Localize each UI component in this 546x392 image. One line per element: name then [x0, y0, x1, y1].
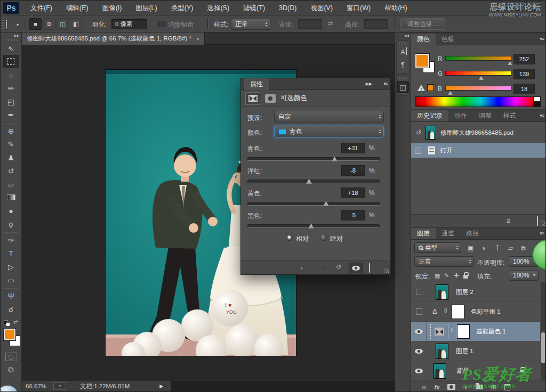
- gradient-tool[interactable]: [3, 191, 19, 204]
- filter-type-layers-icon[interactable]: T: [495, 244, 499, 252]
- fill-dropdown[interactable]: 100%: [509, 270, 539, 281]
- filter-shape-layers-icon[interactable]: ▱: [508, 244, 513, 252]
- gamut-swatch[interactable]: [427, 84, 434, 91]
- foreground-color-swatch[interactable]: [415, 54, 429, 68]
- menu-image[interactable]: 图像(I): [95, 1, 129, 15]
- gamut-warning-icon[interactable]: !: [417, 85, 425, 91]
- foreground-color-swatch[interactable]: [4, 329, 15, 340]
- filter-smart-objects-icon[interactable]: ⧉: [521, 244, 526, 252]
- delete-layer-icon[interactable]: [504, 384, 510, 390]
- resize-grip[interactable]: [540, 220, 545, 226]
- cyan-slider[interactable]: [247, 157, 380, 161]
- reset-adjustment-icon[interactable]: ↺: [336, 263, 341, 271]
- lock-position-icon[interactable]: ✚: [454, 272, 459, 279]
- preset-dropdown[interactable]: 自定: [274, 111, 384, 123]
- swap-dimensions-icon[interactable]: ⇄: [328, 20, 333, 27]
- screen-mode-button[interactable]: ⧉: [5, 365, 17, 374]
- tab-properties[interactable]: 属性: [244, 78, 269, 90]
- layer-row-selective-color[interactable]: 8 选取颜色 1: [411, 322, 540, 341]
- menu-filter[interactable]: 滤镜(T): [236, 1, 272, 15]
- dock-expand-icon[interactable]: ◀◀: [395, 32, 411, 38]
- layer-thumbnail[interactable]: [433, 363, 446, 379]
- panel-menu-icon[interactable]: ▾≡: [383, 81, 388, 86]
- history-step-open-row[interactable]: 打开: [411, 143, 546, 158]
- width-input[interactable]: [298, 19, 322, 29]
- history-brush-source-icon[interactable]: ↺: [414, 129, 423, 136]
- dock-grip[interactable]: [399, 78, 406, 79]
- new-adjustment-layer-icon[interactable]: ◑: [463, 383, 467, 391]
- blur-tool[interactable]: ●: [3, 204, 19, 217]
- subtract-selection-button[interactable]: ◫: [57, 18, 69, 30]
- lock-pixels-icon[interactable]: ✎: [444, 272, 449, 279]
- move-tool[interactable]: ⇖: [3, 42, 19, 55]
- layer-mask-thumbnail[interactable]: [457, 324, 470, 339]
- g-slider-thumb[interactable]: [479, 76, 484, 80]
- b-slider-thumb[interactable]: [448, 91, 453, 95]
- r-value-input[interactable]: 252: [513, 54, 535, 64]
- menu-select[interactable]: 选择(S): [200, 1, 236, 15]
- relative-radio[interactable]: [286, 234, 293, 241]
- layer-style-icon[interactable]: fx: [435, 384, 440, 390]
- style-dropdown[interactable]: 正常: [231, 19, 270, 30]
- tab-layers[interactable]: 图层: [411, 228, 436, 239]
- crop-tool[interactable]: ◰: [3, 95, 19, 108]
- menu-layer[interactable]: 图层(L): [129, 1, 164, 15]
- rectangle-tool[interactable]: ▭: [3, 273, 19, 287]
- quick-selection-tool[interactable]: ✏: [3, 81, 19, 95]
- new-document-from-state-icon[interactable]: ≡: [507, 217, 510, 225]
- lock-all-icon[interactable]: [463, 275, 468, 279]
- layers-scrollbar-thumb[interactable]: [541, 332, 545, 363]
- magenta-slider-thumb[interactable]: [306, 179, 312, 184]
- document-tab[interactable]: 修图师大雄986658485.psd @ 66.7% (选取颜色 1, RGB/…: [22, 32, 205, 45]
- color-dropdown[interactable]: 青色: [274, 126, 384, 137]
- g-slider[interactable]: [445, 71, 511, 76]
- visibility-toggle[interactable]: [411, 322, 427, 341]
- lasso-tool[interactable]: ◌: [3, 68, 19, 81]
- brush-tool[interactable]: ✎: [3, 137, 19, 151]
- filter-type-dropdown[interactable]: 类型: [414, 242, 461, 253]
- link-layers-icon[interactable]: ∞: [422, 383, 427, 391]
- layer-row-color-balance[interactable]: Δ 8 色彩平衡 1: [411, 302, 540, 322]
- collapse-panel-icon[interactable]: ▶▶: [366, 81, 372, 86]
- tab-actions[interactable]: 动作: [448, 110, 473, 121]
- black-value-input[interactable]: -5: [341, 210, 365, 220]
- spectrum-black-swatch[interactable]: [534, 102, 541, 107]
- toolbar-collapse-icon[interactable]: ▶▶: [1, 32, 21, 38]
- menu-3d[interactable]: 3D(D): [272, 1, 303, 15]
- yellow-value-input[interactable]: +18: [341, 187, 365, 198]
- dodge-tool[interactable]: ϙ: [3, 217, 19, 231]
- layer-mask-thumbnail[interactable]: [452, 305, 464, 319]
- type-tool[interactable]: T: [3, 247, 19, 260]
- selective-color-icon[interactable]: [430, 324, 448, 339]
- height-input[interactable]: [364, 19, 388, 29]
- r-slider[interactable]: [445, 56, 511, 61]
- mask-link-icon[interactable]: 8: [444, 308, 447, 314]
- menu-file[interactable]: 文件(F): [23, 1, 59, 15]
- magenta-value-input[interactable]: -8: [341, 165, 365, 176]
- mask-badge-icon[interactable]: [265, 94, 276, 103]
- yellow-slider-thumb[interactable]: [323, 201, 329, 206]
- restore-button[interactable]: □: [509, 1, 525, 11]
- properties-panel-icon[interactable]: ◫: [397, 81, 409, 93]
- quick-mask-button[interactable]: [5, 353, 17, 361]
- visibility-toggle[interactable]: [411, 282, 427, 301]
- paragraph-panel-icon[interactable]: ¶: [397, 59, 409, 70]
- new-layer-icon[interactable]: ⊞: [491, 383, 496, 391]
- black-slider[interactable]: [247, 224, 380, 228]
- mask-link-icon[interactable]: 8: [451, 328, 454, 333]
- intersect-selection-button[interactable]: ◧: [70, 18, 82, 30]
- color-spectrum-bar[interactable]: [415, 96, 534, 107]
- menu-window[interactable]: 窗口(W): [340, 1, 378, 15]
- lock-transparency-icon[interactable]: ▦: [435, 272, 440, 279]
- add-selection-button[interactable]: ⧉: [43, 18, 55, 30]
- b-value-input[interactable]: 18: [513, 84, 535, 94]
- magenta-slider[interactable]: [247, 179, 380, 183]
- history-snapshot-row[interactable]: ↺ 修图师大雄986658485.psd: [411, 124, 546, 141]
- zoom-tool[interactable]: ☌: [3, 303, 19, 316]
- toggle-visibility-button[interactable]: [349, 263, 363, 273]
- tab-color[interactable]: 颜色: [411, 34, 436, 45]
- rectangular-marquee-tool[interactable]: [3, 55, 19, 68]
- refine-edge-button[interactable]: 调整边缘…: [400, 18, 445, 30]
- eyedropper-tool[interactable]: ✒: [3, 108, 19, 121]
- properties-header[interactable]: 属性 ▶▶ ▾≡: [241, 78, 390, 90]
